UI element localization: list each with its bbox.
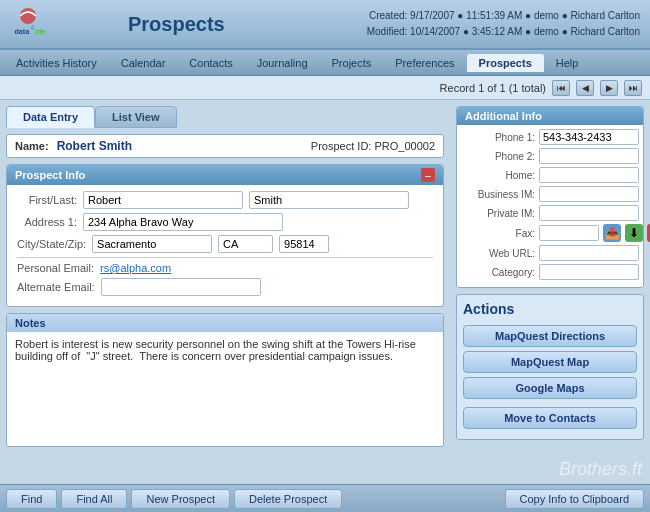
phone1-row: Phone 1: (463, 129, 637, 145)
business-im-row: Business IM: (463, 186, 637, 202)
additional-info-body: Phone 1: Phone 2: Home: Business IM: Pri… (457, 125, 643, 287)
logo-icon: data 4 life (8, 4, 48, 44)
home-input[interactable] (539, 167, 639, 183)
header-info: Created: 9/17/2007 ● 11:51:39 AM ● demo … (357, 4, 650, 44)
prospect-id-value: PRO_00002 (374, 140, 435, 152)
new-prospect-button[interactable]: New Prospect (131, 489, 229, 509)
prospect-info-body: First/Last: Address 1: City/State/Zip: P… (7, 185, 443, 306)
nav-tab-prospects[interactable]: Prospects (467, 54, 544, 72)
city-state-zip-label: City/State/Zip: (17, 238, 86, 250)
find-button[interactable]: Find (6, 489, 57, 509)
name-label: Name: (15, 140, 49, 152)
nav-tab-contacts[interactable]: Contacts (177, 54, 244, 72)
fax-icons: 📤 ⬇ ✕ (603, 224, 650, 242)
home-label: Home: (463, 170, 535, 181)
web-url-input[interactable] (539, 245, 639, 261)
additional-info-section: Additional Info Phone 1: Phone 2: Home: … (456, 106, 644, 288)
logo-area: data 4 life (0, 0, 120, 48)
notes-title: Notes (15, 317, 46, 329)
name-bar: Name: Robert Smith Prospect ID: PRO_0000… (6, 134, 444, 158)
bottom-bar: Find Find All New Prospect Delete Prospe… (0, 484, 650, 512)
move-to-contacts-button[interactable]: Move to Contacts (463, 407, 637, 429)
personal-email-value[interactable]: rs@alpha.com (100, 262, 171, 274)
last-name-input[interactable] (249, 191, 409, 209)
alternate-email-row: Alternate Email: (17, 278, 433, 296)
business-im-input[interactable] (539, 186, 639, 202)
first-name-input[interactable] (83, 191, 243, 209)
address1-row: Address 1: (17, 213, 433, 231)
nav-tab-journaling[interactable]: Journaling (245, 54, 320, 72)
address1-label: Address 1: (17, 216, 77, 228)
content-tabs: Data Entry List View (6, 106, 444, 128)
actions-title: Actions (463, 301, 637, 317)
tab-data-entry[interactable]: Data Entry (6, 106, 95, 128)
phone2-input[interactable] (539, 148, 639, 164)
zip-input[interactable] (279, 235, 329, 253)
nav-tab-help[interactable]: Help (544, 54, 591, 72)
category-input[interactable] (539, 264, 639, 280)
right-panel: Additional Info Phone 1: Phone 2: Home: … (450, 100, 650, 484)
home-row: Home: (463, 167, 637, 183)
copy-info-button[interactable]: Copy Info to Clipboard (505, 489, 644, 509)
first-record-button[interactable]: ⏮ (552, 80, 570, 96)
svg-text:data: data (14, 27, 30, 36)
alternate-email-label: Alternate Email: (17, 281, 95, 293)
fax-input[interactable] (539, 225, 599, 241)
phone1-input[interactable] (539, 129, 639, 145)
header-title-area: Prospects (120, 11, 357, 38)
fax-send-icon[interactable]: 📤 (603, 224, 621, 242)
business-im-label: Business IM: (463, 189, 535, 200)
last-record-button[interactable]: ⏭ (624, 80, 642, 96)
google-maps-button[interactable]: Google Maps (463, 377, 637, 399)
alternate-email-input[interactable] (101, 278, 261, 296)
svg-text:life: life (35, 27, 45, 36)
personal-email-label: Personal Email: (17, 262, 94, 274)
collapse-button[interactable]: – (421, 168, 435, 182)
prospect-info-title: Prospect Info (15, 169, 85, 181)
svg-text:4: 4 (30, 23, 34, 32)
nav-tab-preferences[interactable]: Preferences (383, 54, 466, 72)
notes-textarea[interactable] (15, 338, 435, 438)
state-input[interactable] (218, 235, 273, 253)
mapquest-directions-button[interactable]: MapQuest Directions (463, 325, 637, 347)
private-im-label: Private IM: (463, 208, 535, 219)
page-title: Prospects (128, 13, 349, 36)
notes-header: Notes (7, 314, 443, 332)
fax-row: Fax: 📤 ⬇ ✕ (463, 224, 637, 242)
phone1-label: Phone 1: (463, 132, 535, 143)
web-url-row: Web URL: (463, 245, 637, 261)
nav-tab-activities[interactable]: Activities History (4, 54, 109, 72)
tab-list-view[interactable]: List View (95, 106, 176, 128)
modified-info: Modified: 10/14/2007 ● 3:45:12 AM ● demo… (367, 24, 640, 40)
fax-label: Fax: (463, 228, 535, 239)
mapquest-map-button[interactable]: MapQuest Map (463, 351, 637, 373)
find-all-button[interactable]: Find All (61, 489, 127, 509)
nav-tab-projects[interactable]: Projects (320, 54, 384, 72)
private-im-input[interactable] (539, 205, 639, 221)
next-record-button[interactable]: ▶ (600, 80, 618, 96)
prospect-id: Prospect ID: PRO_00002 (311, 140, 435, 152)
fax-download-icon[interactable]: ⬇ (625, 224, 643, 242)
phone2-row: Phone 2: (463, 148, 637, 164)
name-row: First/Last: (17, 191, 433, 209)
notes-section: Notes (6, 313, 444, 447)
prev-record-button[interactable]: ◀ (576, 80, 594, 96)
delete-prospect-button[interactable]: Delete Prospect (234, 489, 342, 509)
bottom-right: Copy Info to Clipboard (505, 489, 644, 509)
created-info: Created: 9/17/2007 ● 11:51:39 AM ● demo … (367, 8, 640, 24)
city-input[interactable] (92, 235, 212, 253)
additional-info-title: Additional Info (465, 110, 542, 122)
name-value: Robert Smith (57, 139, 132, 153)
prospect-info-header: Prospect Info – (7, 165, 443, 185)
notes-body (7, 332, 443, 446)
main-content: Data Entry List View Name: Robert Smith … (0, 100, 650, 484)
personal-email-row: Personal Email: rs@alpha.com (17, 262, 433, 274)
category-row: Category: (463, 264, 637, 280)
svg-point-0 (20, 8, 36, 24)
address1-input[interactable] (83, 213, 283, 231)
header: data 4 life Prospects Created: 9/17/2007… (0, 0, 650, 50)
nav-tab-calendar[interactable]: Calendar (109, 54, 178, 72)
additional-info-header: Additional Info (457, 107, 643, 125)
private-im-row: Private IM: (463, 205, 637, 221)
phone2-label: Phone 2: (463, 151, 535, 162)
